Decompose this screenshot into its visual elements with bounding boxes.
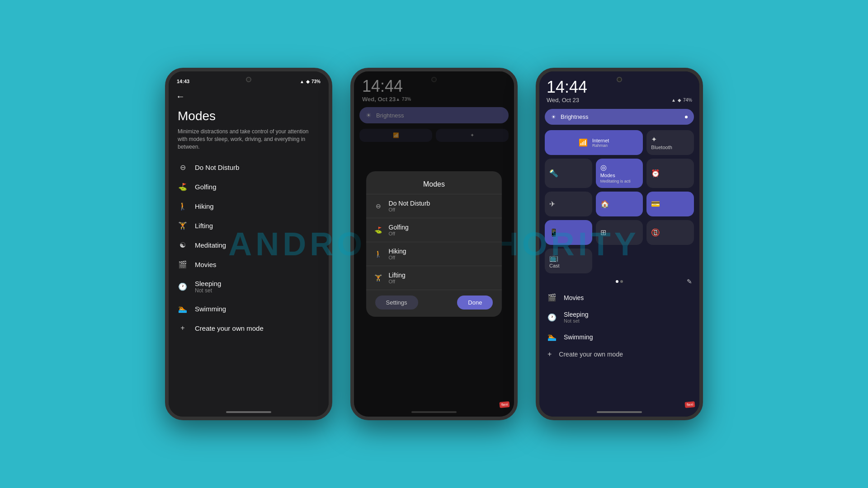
- golfing-label: Golfing: [195, 183, 320, 191]
- qs-battery-icon: 74%: [683, 98, 692, 103]
- qs-tile-alarm[interactable]: ⏰: [646, 159, 694, 188]
- qs-tile-airplane[interactable]: ✈: [545, 192, 592, 216]
- dialog-title: Modes: [366, 178, 502, 194]
- dialog-dnd-status: Off: [389, 207, 430, 212]
- qs-mode-sleeping[interactable]: 🕐 Sleeping Not set: [539, 306, 699, 328]
- qs-movies-name: Movies: [564, 294, 584, 301]
- qs-mode-swimming[interactable]: 🏊 Swimming: [539, 328, 699, 346]
- bluetooth-label: Bluetooth: [651, 145, 689, 150]
- internet-sublabel: Rahman: [592, 143, 609, 148]
- dialog-golfing-text: Golfing Off: [389, 224, 409, 236]
- status-icons-1: ▲ ◆ 73%: [300, 79, 321, 84]
- dialog-settings-button[interactable]: Settings: [375, 296, 418, 310]
- mode-item-swimming[interactable]: 🏊 Swimming: [169, 299, 329, 319]
- wifi-icon-1: ▲: [300, 79, 304, 84]
- hiking-label: Hiking: [195, 202, 320, 210]
- qs-tile-extra[interactable]: ⊞: [596, 220, 643, 245]
- qs-swimming-name: Swimming: [564, 333, 593, 341]
- qs-tile-bluetooth[interactable]: ✦ Bluetooth: [646, 130, 694, 155]
- internet-icon: 📶: [579, 138, 588, 147]
- signal-icon-1: ◆: [306, 79, 310, 84]
- qs-brightness[interactable]: ☀ Brightness: [545, 109, 694, 125]
- qs-brightness-icon: ☀: [551, 114, 556, 120]
- edit-icon[interactable]: ✎: [687, 278, 692, 285]
- extra-icon: ⊞: [600, 228, 639, 237]
- qs-create-mode[interactable]: + Create your own mode: [539, 346, 699, 363]
- qs-pagination: ✎: [539, 276, 699, 287]
- mode-item-dnd[interactable]: ⊖ Do Not Disturb: [169, 158, 329, 177]
- sleeping-label: Sleeping: [195, 280, 320, 287]
- dialog-dnd-icon: ⊖: [374, 202, 382, 210]
- phone-1: 14:43 ▲ ◆ 73% ← Modes Minimize distracti…: [165, 68, 332, 420]
- sleeping-icon: 🕐: [178, 282, 188, 291]
- qs-create-label: Create your own mode: [559, 351, 623, 358]
- modes-qs-sublabel: Meditating is acti: [600, 179, 639, 183]
- meditating-label: Meditating: [195, 241, 320, 249]
- phone1-screen: 14:43 ▲ ◆ 73% ← Modes Minimize distracti…: [169, 71, 329, 417]
- qs-tile-modes[interactable]: ◎ Modes Meditating is acti: [596, 159, 643, 188]
- phone-notch-1: [246, 77, 251, 82]
- dialog-done-button[interactable]: Done: [457, 296, 493, 310]
- dialog-lifting-name: Lifting: [389, 272, 406, 279]
- dialog-mode-golfing[interactable]: ⛳ Golfing Off: [366, 218, 502, 242]
- hiking-icon: 🚶: [178, 202, 188, 211]
- modes-dialog-overlay: Modes ⊖ Do Not Disturb Off ⛳ Golfing Off…: [354, 71, 514, 417]
- qs-tile-flashlight[interactable]: 🔦: [545, 159, 592, 188]
- dialog-lifting-icon: 🏋: [374, 274, 382, 282]
- flexi-badge-2: flexi: [499, 401, 509, 408]
- battery-icon-1: 73%: [311, 79, 321, 84]
- qs-tile-pay[interactable]: 💳: [646, 192, 694, 216]
- lifting-label: Lifting: [195, 222, 320, 230]
- qs-brightness-dot: [685, 116, 688, 118]
- bluetooth-icon: ✦: [651, 135, 689, 144]
- dialog-hiking-status: Off: [389, 255, 406, 260]
- mode-item-create[interactable]: + Create your own mode: [169, 319, 329, 338]
- phone-notch-3: [617, 77, 622, 82]
- home-bar-3[interactable]: [597, 411, 642, 413]
- mode-item-meditating[interactable]: ☯ Meditating: [169, 235, 329, 255]
- dialog-mode-lifting[interactable]: 🏋 Lifting Off: [366, 266, 502, 290]
- dialog-mode-hiking[interactable]: 🚶 Hiking Off: [366, 242, 502, 266]
- qs-date-row: Wed, Oct 23 ▲ ◆ 74%: [547, 97, 692, 103]
- dialog-dnd-text: Do Not Disturb Off: [389, 200, 430, 212]
- mode-item-sleeping[interactable]: 🕐 Sleeping Not set: [169, 274, 329, 299]
- phone-3: 14:44 Wed, Oct 23 ▲ ◆ 74% ☀ Brightness 📶: [536, 68, 703, 420]
- modes-title: Modes: [169, 105, 329, 125]
- mode-item-golfing[interactable]: ⛳ Golfing: [169, 177, 329, 197]
- create-label: Create your own mode: [195, 324, 320, 332]
- qs-sleeping-icon: 🕐: [547, 313, 557, 322]
- dnd-label: Do Not Disturb: [195, 164, 320, 171]
- dialog-hiking-text: Hiking Off: [389, 248, 406, 260]
- status-time-1: 14:43: [177, 79, 189, 84]
- cast-label: Cast: [549, 263, 588, 268]
- mode-item-lifting[interactable]: 🏋 Lifting: [169, 216, 329, 235]
- qs-tiles-grid: 📶 Internet Rahman ✦ Bluetooth 🔦 ◎ Modes …: [539, 127, 699, 276]
- qs-mode-movies[interactable]: 🎬 Movies: [539, 289, 699, 306]
- qs-tile-internet[interactable]: 📶 Internet Rahman: [545, 130, 643, 155]
- qs-brightness-label: Brightness: [561, 113, 680, 120]
- qs-tile-home[interactable]: 🏠: [596, 192, 643, 216]
- golfing-icon: ⛳: [178, 183, 188, 191]
- qs-swimming-icon: 🏊: [547, 333, 557, 341]
- dialog-dnd-name: Do Not Disturb: [389, 200, 430, 207]
- sleeping-text: Sleeping Not set: [195, 280, 320, 294]
- qs-tile-dnd[interactable]: 📵: [646, 220, 694, 245]
- phone-2: 14:44 Wed, Oct 23 ▲ 73% ☀ Brightness 📶 ✦: [350, 68, 518, 420]
- qs-tile-cast[interactable]: 📺 Cast: [545, 249, 592, 273]
- modes-dialog: Modes ⊖ Do Not Disturb Off ⛳ Golfing Off…: [366, 171, 502, 317]
- dialog-lifting-text: Lifting Off: [389, 272, 406, 284]
- dialog-mode-dnd[interactable]: ⊖ Do Not Disturb Off: [366, 194, 502, 218]
- mode-item-hiking[interactable]: 🚶 Hiking: [169, 197, 329, 216]
- dialog-golfing-name: Golfing: [389, 224, 409, 231]
- dnd-qs-icon: 📵: [651, 228, 689, 237]
- alarm-icon: ⏰: [651, 169, 689, 178]
- qs-sleeping-text: Sleeping Not set: [564, 311, 589, 324]
- mode-item-movies[interactable]: 🎬 Movies: [169, 255, 329, 274]
- movies-icon: 🎬: [178, 260, 188, 269]
- qs-tile-rotate[interactable]: 📱: [545, 220, 592, 245]
- lifting-icon: 🏋: [178, 221, 188, 230]
- home-bar-1[interactable]: [226, 411, 271, 413]
- dialog-lifting-status: Off: [389, 279, 406, 284]
- qs-status-icons: ▲ ◆ 74%: [671, 98, 692, 103]
- back-button[interactable]: ←: [176, 91, 185, 102]
